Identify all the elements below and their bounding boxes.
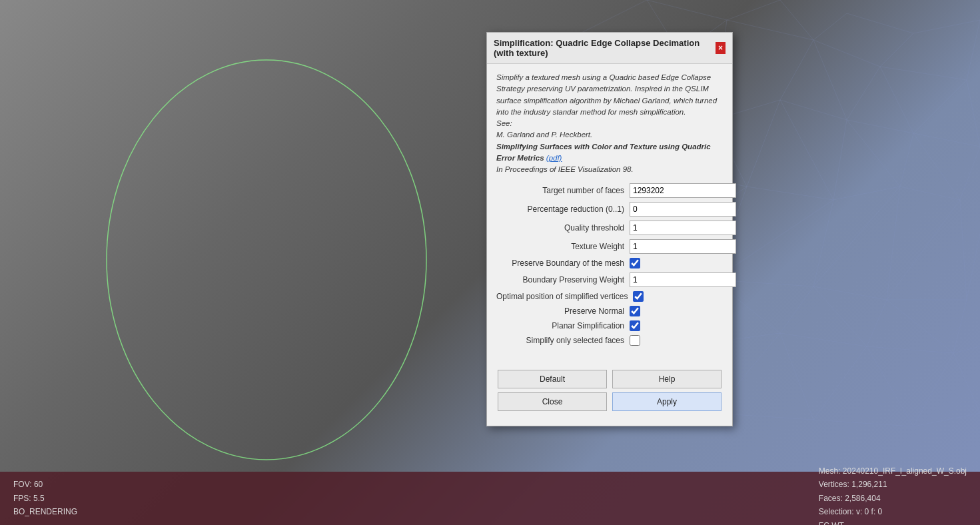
svg-line-86: [913, 413, 980, 426]
rendering-mode-text: BO_RENDERING: [13, 505, 77, 518]
faces-text: Faces: 2,586,404: [819, 492, 967, 505]
desc-bold-title: Simplifying Surfaces with Color and Text…: [496, 143, 711, 162]
svg-line-60: [960, 200, 967, 300]
dialog-close-button[interactable]: ×: [716, 42, 726, 54]
svg-line-12: [913, 20, 980, 33]
svg-line-28: [913, 133, 980, 147]
simplify-selected-checkbox[interactable]: [630, 335, 640, 346]
svg-line-8: [813, 13, 847, 40]
desc-see: See:: [496, 119, 512, 127]
target-faces-label: Target number of faces: [496, 186, 630, 195]
svg-line-68: [780, 286, 813, 333]
planar-checkbox[interactable]: [630, 320, 640, 331]
svg-line-55: [813, 187, 900, 286]
svg-line-3: [647, 0, 727, 20]
svg-line-43: [900, 187, 960, 200]
svg-line-9: [847, 13, 913, 33]
preserve-normal-label: Preserve Normal: [496, 306, 630, 316]
svg-line-10: [880, 33, 913, 67]
svg-line-25: [847, 120, 913, 133]
dialog-body: Simplify a textured mesh using a Quadric…: [487, 64, 732, 426]
svg-line-5: [727, 0, 780, 20]
preserve-boundary-checkbox[interactable]: [630, 258, 640, 268]
preserve-normal-checkbox[interactable]: [630, 306, 640, 316]
optimal-position-label: Optimal position of simplified vertices: [496, 292, 633, 301]
quality-input[interactable]: [630, 221, 736, 235]
default-button[interactable]: Default: [498, 370, 607, 388]
svg-line-38: [780, 100, 833, 200]
apply-button[interactable]: Apply: [612, 392, 722, 411]
quality-label: Quality threshold: [496, 223, 630, 233]
target-faces-input[interactable]: [630, 183, 736, 198]
desc-line1: Simplify a textured mesh using a Quadric…: [496, 73, 717, 116]
svg-line-45: [960, 147, 980, 200]
button-row-1: Default Help: [496, 370, 723, 388]
svg-line-82: [813, 346, 867, 420]
fc-text: FC WT: [819, 519, 967, 525]
svg-line-44: [913, 133, 960, 200]
preserve-boundary-row: Preserve Boundary of the mesh: [496, 258, 723, 268]
optimal-position-row: Optimal position of simplified vertices: [496, 291, 723, 302]
svg-line-70: [813, 286, 867, 346]
svg-line-21: [780, 40, 813, 100]
svg-line-74: [953, 300, 967, 353]
svg-line-39: [833, 120, 847, 200]
boundary-weight-row: Boundary Preserving Weight: [496, 272, 723, 287]
percentage-label: Percentage reduction (0..1): [496, 205, 630, 214]
button-row-2: Close Apply: [496, 392, 723, 411]
svg-line-87: [953, 353, 980, 413]
svg-line-11: [813, 40, 880, 67]
simplify-selected-row: Simplify only selected faces: [496, 335, 723, 346]
quality-row: Quality threshold: [496, 221, 723, 235]
svg-line-41: [847, 120, 900, 187]
close-dialog-button[interactable]: Close: [498, 392, 607, 411]
svg-line-0: [580, 0, 647, 33]
svg-line-61: [967, 233, 980, 300]
svg-line-27: [913, 80, 967, 133]
mesh-name-text: Mesh: 20240210_IRF_l_aligned_W_S.obj: [819, 464, 967, 478]
svg-line-42: [900, 133, 913, 187]
svg-line-29: [967, 80, 980, 147]
orbit-line: [67, 53, 466, 466]
fps-text: FPS: 5.5: [13, 492, 77, 505]
svg-line-26: [880, 67, 913, 133]
dialog-title: Simplification: Quadric Edge Collapse De…: [494, 38, 716, 58]
selection-text: Selection: v: 0 f: 0: [819, 505, 967, 518]
texture-weight-row: Texture Weight: [496, 239, 723, 254]
svg-line-37: [747, 187, 833, 200]
boundary-weight-label: Boundary Preserving Weight: [496, 275, 630, 284]
target-faces-row: Target number of faces: [496, 183, 723, 198]
boundary-weight-input[interactable]: [630, 272, 736, 287]
status-bar: FOV: 60 FPS: 5.5 BO_RENDERING Mesh: 2024…: [0, 472, 980, 525]
svg-line-7: [727, 20, 813, 40]
vertices-text: Vertices: 1,296,211: [819, 478, 967, 491]
planar-row: Planar Simplification: [496, 320, 723, 331]
desc-proceedings: In Proceedings of IEEE Visualization 98.: [496, 165, 634, 173]
svg-point-88: [107, 60, 426, 460]
percentage-row: Percentage reduction (0..1): [496, 202, 723, 217]
help-button[interactable]: Help: [612, 370, 722, 388]
pdf-link[interactable]: (pdf): [546, 154, 562, 162]
svg-line-85: [913, 353, 953, 426]
dialog-simplification: Simplification: Quadric Edge Collapse De…: [486, 32, 733, 426]
svg-line-24: [847, 67, 880, 120]
desc-authors: M. Garland and P. Heckbert.: [496, 131, 592, 139]
svg-line-22: [780, 100, 847, 120]
svg-line-84: [867, 346, 913, 426]
svg-line-75: [953, 346, 980, 353]
texture-weight-label: Texture Weight: [496, 242, 630, 251]
description-text: Simplify a textured mesh using a Quadric…: [496, 72, 723, 175]
status-left: FOV: 60 FPS: 5.5 BO_RENDERING: [13, 478, 77, 518]
svg-line-69: [780, 333, 867, 346]
svg-line-72: [867, 346, 953, 353]
texture-weight-input[interactable]: [630, 239, 736, 254]
svg-line-6: [780, 0, 813, 40]
optimal-position-checkbox[interactable]: [633, 291, 644, 302]
svg-line-23: [813, 40, 847, 120]
svg-line-73: [887, 300, 953, 353]
percentage-input[interactable]: [630, 202, 736, 217]
preserve-boundary-label: Preserve Boundary of the mesh: [496, 259, 630, 268]
svg-line-58: [887, 200, 960, 300]
dialog-titlebar: Simplification: Quadric Edge Collapse De…: [487, 33, 732, 64]
status-right: Mesh: 20240210_IRF_l_aligned_W_S.obj Ver…: [819, 464, 967, 525]
